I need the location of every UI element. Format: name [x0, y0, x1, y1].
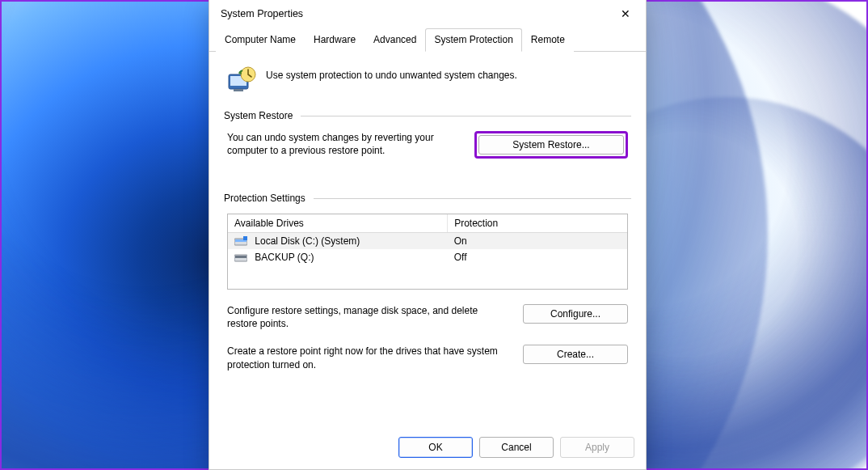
- svg-rect-7: [243, 236, 247, 240]
- intro-row: Use system protection to undo unwanted s…: [227, 66, 628, 95]
- close-icon[interactable]: ✕: [613, 2, 638, 26]
- drive-name: BACKUP (Q:): [255, 252, 314, 263]
- col-header-drives[interactable]: Available Drives: [228, 214, 448, 233]
- tab-system-protection[interactable]: System Protection: [425, 28, 521, 52]
- system-restore-highlight: System Restore...: [474, 131, 628, 159]
- svg-rect-9: [235, 256, 246, 258]
- create-desc: Create a restore point right now for the…: [227, 345, 508, 370]
- tab-advanced[interactable]: Advanced: [364, 28, 425, 52]
- col-header-protection[interactable]: Protection: [448, 214, 627, 233]
- drive-protection: Off: [448, 249, 627, 265]
- svg-rect-2: [234, 89, 243, 91]
- drive-name: Local Disk (C:) (System): [255, 235, 360, 247]
- configure-row: Configure restore settings, manage disk …: [227, 304, 628, 330]
- intro-text: Use system protection to undo unwanted s…: [266, 66, 517, 81]
- group-protection-settings: Protection Settings: [224, 193, 631, 204]
- system-properties-window: System Properties ✕ Computer Name Hardwa…: [209, 0, 647, 470]
- apply-button[interactable]: Apply: [560, 437, 634, 458]
- window-title: System Properties: [221, 8, 613, 19]
- dialog-footer: OK Cancel Apply: [209, 429, 646, 469]
- titlebar: System Properties ✕: [209, 0, 646, 28]
- table-row[interactable]: Local Disk (C:) (System) On: [228, 233, 627, 250]
- tab-remote[interactable]: Remote: [522, 28, 574, 52]
- tab-computer-name[interactable]: Computer Name: [216, 28, 305, 52]
- system-restore-button[interactable]: System Restore...: [478, 135, 624, 155]
- tab-hardware[interactable]: Hardware: [305, 28, 364, 52]
- tab-strip: Computer Name Hardware Advanced System P…: [209, 28, 646, 52]
- group-system-restore: System Restore: [224, 110, 631, 121]
- drives-table[interactable]: Available Drives Protection: [227, 214, 628, 290]
- create-row: Create a restore point right now for the…: [227, 345, 628, 370]
- system-restore-desc: You can undo system changes by reverting…: [227, 131, 460, 157]
- group-title-restore: System Restore: [224, 110, 293, 121]
- table-row[interactable]: BACKUP (Q:) Off: [228, 249, 627, 265]
- cancel-button[interactable]: Cancel: [479, 437, 554, 458]
- system-restore-row: You can undo system changes by reverting…: [227, 131, 628, 159]
- create-button[interactable]: Create...: [523, 345, 628, 364]
- group-title-protection: Protection Settings: [224, 193, 305, 204]
- configure-button[interactable]: Configure...: [523, 304, 628, 324]
- ok-button[interactable]: OK: [398, 437, 473, 458]
- tab-content: Use system protection to undo unwanted s…: [209, 52, 646, 429]
- drive-c-icon: [234, 236, 247, 246]
- system-protection-icon: [227, 66, 256, 95]
- drive-q-icon: [234, 252, 247, 262]
- configure-desc: Configure restore settings, manage disk …: [227, 304, 508, 330]
- drive-protection: On: [448, 233, 627, 250]
